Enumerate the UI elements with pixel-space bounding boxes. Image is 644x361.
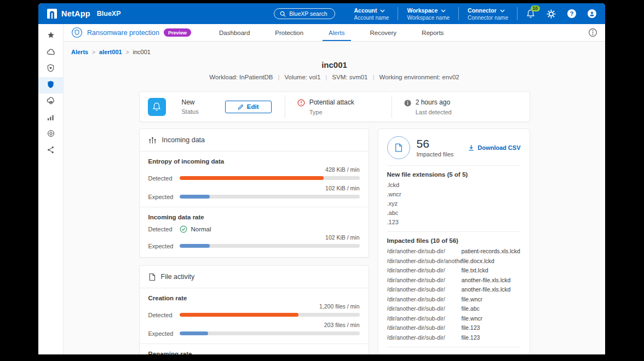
sidebar-item-cloud[interactable] xyxy=(38,44,63,61)
app-title: Ransomware protection xyxy=(87,29,159,37)
netapp-logo-icon xyxy=(47,9,57,19)
page-title: inc001 xyxy=(64,60,605,69)
download-csv-link[interactable]: Download CSV xyxy=(468,144,520,151)
entropy-section: Entropy of incoming data 428 KiB / min D… xyxy=(140,152,369,207)
sidebar-item-share[interactable] xyxy=(38,143,63,159)
last-detected-field: 2 hours ago Last detected xyxy=(392,98,452,115)
tab-recovery[interactable]: Recovery xyxy=(358,24,410,41)
ransomware-protection-chip: Ransomware protection Preview xyxy=(71,24,191,41)
extension-item: .xyz xyxy=(387,199,521,208)
sidebar-item-favorites[interactable] xyxy=(38,28,63,44)
meter-track xyxy=(180,195,360,199)
tab-reports[interactable]: Reports xyxy=(409,24,456,41)
bar-chart-icon xyxy=(47,113,54,123)
header-divider xyxy=(517,7,518,20)
alert-warning-icon xyxy=(297,99,305,109)
meta-svm: SVM: svm01 xyxy=(332,74,367,80)
page-meta: Workload: InPatientDB|Volume: vol1|SVM: … xyxy=(64,74,605,80)
rate-detected-status: Normal xyxy=(191,226,211,232)
file-row: /dir/another-dir/sub-dir/file.wncr xyxy=(387,314,521,324)
creation-rate-title: Creation rate xyxy=(148,294,360,302)
impacted-count-label: Impacted files xyxy=(417,151,454,158)
notifications-bell-icon[interactable]: 10 xyxy=(526,9,535,19)
renaming-rate-section: Renaming rate 1,000 files / min Detected xyxy=(140,343,369,354)
gear-circle-icon xyxy=(47,130,55,139)
creation-expected-meter: 203 files / min Expected xyxy=(148,322,360,337)
breadcrumb: Alerts > alert001 > inc001 xyxy=(64,42,605,55)
workspace-menu-value: Workspace name xyxy=(407,15,450,21)
meta-workload: Workload: InPatientDB xyxy=(209,74,273,80)
info-menu-icon[interactable] xyxy=(588,24,597,41)
tab-protection[interactable]: Protection xyxy=(262,24,316,41)
meter-track xyxy=(180,176,360,180)
meter-fill xyxy=(180,195,210,199)
extension-item: .abc xyxy=(387,208,521,218)
extension-item: .lckd xyxy=(387,180,521,190)
sidebar-item-protection[interactable] xyxy=(38,61,63,77)
header-menus: Account Account name Workspace Workspace… xyxy=(345,7,518,21)
file-row: /dir/another-dir/sub-dir/file.123 xyxy=(387,323,521,333)
tab-alerts[interactable]: Alerts xyxy=(316,24,357,41)
type-field: Potential attack Type xyxy=(285,98,392,115)
tab-label: Reports xyxy=(422,30,444,36)
status-label: Status xyxy=(182,108,199,115)
workspace-menu[interactable]: Workspace Workspace name xyxy=(398,7,458,21)
breadcrumb-alert001-link[interactable]: alert001 xyxy=(99,49,122,55)
tab-label: Protection xyxy=(275,30,303,36)
file-row: /dir/another-dir/sub-dir/file.txt.lckd xyxy=(387,266,521,276)
meter-fill xyxy=(180,313,298,317)
status-field: New Status xyxy=(182,98,199,115)
meta-volume: Volume: vol1 xyxy=(284,74,320,80)
sidebar-item-cloud-restore[interactable] xyxy=(38,94,63,110)
bluexp-search[interactable]: BlueXP search xyxy=(274,8,335,19)
tab-label: Recovery xyxy=(370,30,397,36)
sidebar-item-analytics[interactable] xyxy=(38,110,63,126)
impacted-files-title: Impacted files (10 of 56) xyxy=(387,237,521,244)
creation-rate-section: Creation rate 1,200 files / min Detected xyxy=(140,288,369,343)
cloud-restore-icon xyxy=(47,97,55,107)
file-activity-header: File activity xyxy=(140,266,369,288)
user-profile-icon[interactable] xyxy=(588,9,596,18)
brand: NetApp BlueXP xyxy=(47,9,121,19)
download-icon xyxy=(468,144,474,151)
extension-item: .123 xyxy=(387,218,521,227)
breadcrumb-alerts-link[interactable]: Alerts xyxy=(71,49,88,55)
edit-status-button[interactable]: Edit xyxy=(225,101,272,113)
settings-gear-icon[interactable] xyxy=(547,9,556,19)
tab-dashboard[interactable]: Dashboard xyxy=(206,24,262,41)
share-nodes-icon xyxy=(47,146,54,156)
tab-label: Alerts xyxy=(329,30,344,36)
incoming-rate-section: Incoming data rate Detected Normal xyxy=(140,207,369,257)
file-row: /dir/another-dir/sub-dir/file.wncr xyxy=(387,295,521,305)
cloud-icon xyxy=(47,48,55,57)
sidebar-item-settings[interactable] xyxy=(38,126,63,143)
incoming-data-card: Incoming data Entropy of incoming data 4… xyxy=(139,129,369,258)
last-detected-label: Last detected xyxy=(416,109,452,115)
last-detected-value: 2 hours ago xyxy=(416,98,452,106)
breadcrumb-separator: > xyxy=(92,49,95,55)
connector-menu-value: Connector name xyxy=(468,15,508,21)
alert-bell-icon xyxy=(148,98,166,116)
ransomware-protection-icon xyxy=(71,27,83,38)
service-tab-bar: Ransomware protection Preview Dashboard … xyxy=(64,24,605,42)
file-row: /dir/another-dir/sub-dir/another-file.xl… xyxy=(387,276,521,286)
shield-filled-icon xyxy=(47,80,54,91)
impacted-files-header: 56 Impacted files Download CSV xyxy=(378,129,530,165)
search-label: BlueXP search xyxy=(289,10,327,17)
file-row: /dir/another-dir/sub-dir/another-file.xl… xyxy=(387,285,521,295)
extension-item: .wncr xyxy=(387,190,521,199)
notification-badge: 10 xyxy=(531,5,540,11)
tab-label: Dashboard xyxy=(219,30,250,36)
bluexp-window: NetApp BlueXP BlueXP search Account Acco… xyxy=(38,3,605,354)
chevron-down-icon xyxy=(441,7,446,14)
file-row: /dir/another-dir/sub-dir/another-dir...f… xyxy=(387,257,521,266)
account-menu[interactable]: Account Account name xyxy=(345,7,398,21)
connector-menu-label: Connector xyxy=(468,7,497,14)
meta-working-env: Working environment: env02 xyxy=(380,74,459,80)
shield-heart-icon xyxy=(47,64,54,74)
help-icon[interactable]: ? xyxy=(567,9,576,18)
sidebar-item-ransomware-protection[interactable] xyxy=(38,77,63,94)
connector-menu[interactable]: Connector Connector name xyxy=(459,7,517,21)
incoming-rate-title: Incoming data rate xyxy=(148,213,360,222)
rate-expected-meter: 102 KiB / min Expected xyxy=(148,234,360,249)
